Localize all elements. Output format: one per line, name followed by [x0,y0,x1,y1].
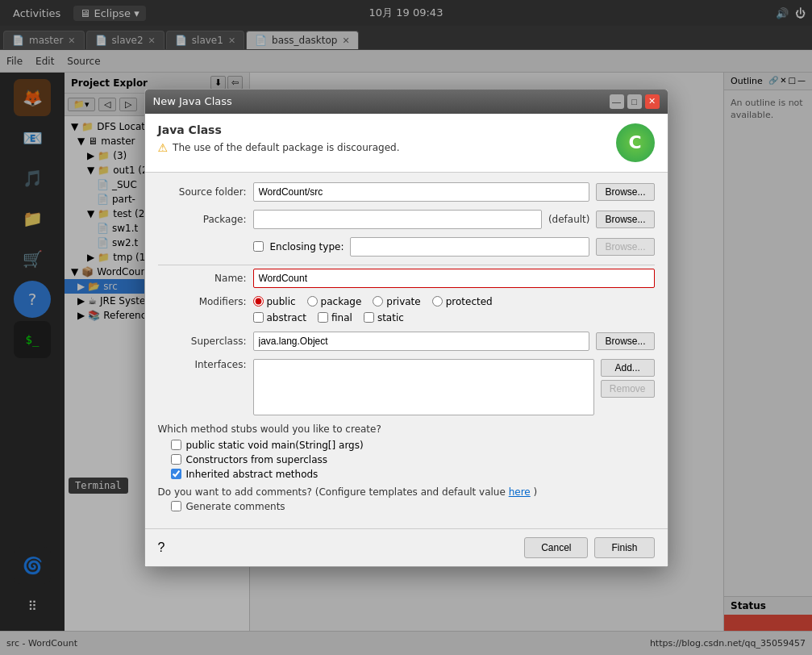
dialog-close[interactable]: ✕ [645,94,660,109]
checkbox-static[interactable]: static [364,312,404,323]
interfaces-remove: Remove [601,380,655,398]
radio-package-input[interactable] [307,296,318,307]
comments-section: Do you want to add comments? (Configure … [158,486,655,512]
radio-package-label: package [321,296,362,307]
package-browse[interactable]: Browse... [596,211,654,228]
jc-header-left: Java Class ⚠ The use of the default pack… [158,123,616,154]
enclosing-type-checkbox[interactable] [253,241,264,252]
source-folder-browse[interactable]: Browse... [596,183,654,201]
name-label: Name: [158,273,247,284]
final-checkbox[interactable] [318,312,328,323]
static-checkbox[interactable] [364,312,374,323]
source-folder-input[interactable] [253,182,590,202]
interfaces-buttons: Add... Remove [601,359,655,398]
radio-package[interactable]: package [307,296,362,307]
checkbox-final[interactable]: final [318,312,352,323]
dialog-footer: ? Cancel Finish [145,528,668,566]
radio-private-input[interactable] [373,296,383,307]
warning-icon: ⚠ [158,141,169,154]
enclosing-type-input[interactable] [350,237,589,257]
superclass-browse[interactable]: Browse... [596,332,654,350]
generate-comments-label: Generate comments [186,501,285,512]
stubs-item-constructors: Constructors from superclass [171,454,655,465]
inherited-checkbox[interactable] [171,469,181,479]
enclosing-type-label: Enclosing type: [270,241,344,252]
radio-private[interactable]: private [373,296,420,307]
constructors-label: Constructors from superclass [186,454,328,465]
main-method-label: public static void main(String[] args) [186,440,364,451]
dialog-help[interactable]: ? [158,540,165,555]
interfaces-row: Interfaces: Add... Remove [158,359,655,415]
constructors-checkbox[interactable] [171,454,181,465]
main-method-checkbox[interactable] [171,440,181,450]
inherited-label: Inherited abstract methods [186,469,319,480]
checkbox-abstract[interactable]: abstract [253,312,307,323]
jc-header: Java Class ⚠ The use of the default pack… [145,114,668,173]
stubs-item-inherited: Inherited abstract methods [171,469,655,480]
radio-protected-label: protected [446,296,493,307]
radio-public-label: public [267,296,296,307]
static-label: static [377,312,404,323]
dialog-overlay: New Java Class — □ ✕ Java Class ⚠ The us… [0,0,812,655]
interfaces-box [253,359,594,415]
radio-protected-input[interactable] [432,296,443,307]
comments-question: Do you want to add comments? (Configure … [158,486,506,498]
source-folder-row: Source folder: Browse... [158,182,655,202]
name-row: Name: [158,269,655,288]
superclass-label: Superclass: [158,336,247,347]
stubs-title: Which method stubs would you like to cre… [158,423,655,435]
stubs-item-main: public static void main(String[] args) [171,440,655,451]
eclipse-logo: C [616,123,655,162]
modifiers-row: Modifiers: public package private [158,296,655,307]
package-row: Package: (default) Browse... [158,210,655,229]
dialog-titlebar: New Java Class — □ ✕ [145,90,668,114]
package-input[interactable] [253,210,542,229]
interfaces-label: Interfaces: [158,359,247,370]
package-label: Package: [158,214,247,225]
modifiers-label: Modifiers: [158,296,247,307]
superclass-row: Superclass: Browse... [158,332,655,351]
radio-protected[interactable]: protected [432,296,493,307]
footer-buttons: Cancel Finish [524,537,654,558]
abstract-checkbox[interactable] [253,312,264,323]
interfaces-add[interactable]: Add... [601,359,655,377]
radio-public-input[interactable] [253,296,264,307]
dialog-title: New Java Class [153,95,232,107]
enclosing-type-browse: Browse... [596,238,654,256]
package-default: (default) [548,214,590,225]
name-input[interactable] [253,269,655,288]
form-body: Source folder: Browse... Package: (defau… [145,173,668,528]
abstract-label: abstract [267,312,307,323]
jc-section-title: Java Class [158,123,616,136]
jc-warning: ⚠ The use of the default package is disc… [158,141,616,154]
enclosing-type-row: Enclosing type: Browse... [158,237,655,257]
comments-suffix: ) [534,486,538,498]
modifier-checkboxes-row: abstract final static [253,312,655,323]
form-divider [158,265,655,265]
comments-link[interactable]: here [509,486,531,498]
generate-comments-checkbox[interactable] [171,501,181,511]
source-folder-label: Source folder: [158,186,247,198]
radio-private-label: private [386,296,420,307]
cancel-button[interactable]: Cancel [524,537,588,558]
finish-button[interactable]: Finish [594,537,654,558]
final-label: final [331,312,352,323]
dialog-minimize[interactable]: — [610,94,624,109]
dialog-titlebar-buttons: — □ ✕ [610,94,660,109]
stubs-section: Which method stubs would you like to cre… [158,423,655,480]
comments-generate-row: Generate comments [171,501,655,512]
new-java-class-dialog: New Java Class — □ ✕ Java Class ⚠ The us… [144,89,668,567]
superclass-input[interactable] [253,332,590,351]
warning-text: The use of the default package is discou… [173,142,399,153]
radio-public[interactable]: public [253,296,296,307]
modifiers-radio-group: public package private protected [253,296,493,307]
dialog-maximize[interactable]: □ [627,94,642,109]
